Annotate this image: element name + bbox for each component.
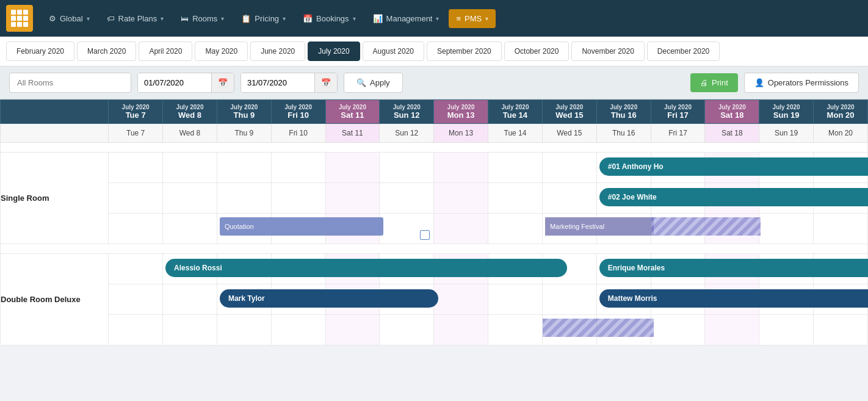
dr-bl-14[interactable] — [488, 315, 543, 345]
sr-b2-16[interactable]: #02 Joe White — [596, 183, 651, 214]
dr-b2-13[interactable] — [434, 284, 488, 315]
month-tab-aug[interactable]: August 2020 — [363, 42, 424, 61]
dr-bl-8[interactable] — [163, 315, 217, 345]
search-icon: 🔍 — [356, 78, 366, 87]
nav-pms[interactable]: ≡ PMS ▾ — [449, 9, 496, 28]
sr-b1-8[interactable] — [163, 153, 217, 183]
dr-bl-9[interactable] — [217, 315, 271, 345]
sr-bl-14[interactable] — [488, 214, 543, 244]
day-header-18: July 2020 Sat 18 — [705, 100, 759, 124]
apply-button[interactable]: 🔍 Apply — [344, 73, 403, 93]
nav-pms-label: PMS — [465, 14, 482, 23]
sr-b2-12[interactable] — [380, 183, 434, 214]
sr-b2-7[interactable] — [109, 183, 163, 214]
dr-bl-7[interactable] — [109, 315, 163, 345]
single-room-spacer — [1, 143, 868, 153]
operators-permissions-button[interactable]: 👤 Operators Permissions — [744, 73, 859, 93]
sr-bl-7[interactable] — [109, 214, 163, 244]
month-tab-nov[interactable]: November 2020 — [571, 42, 644, 61]
sr-b2-13[interactable] — [434, 183, 488, 214]
sr-bl-15[interactable]: Marketing Festival — [542, 214, 596, 244]
dr-b1-8[interactable]: Alessio Rossi — [163, 254, 217, 284]
nav-management-arrow: ▾ — [436, 15, 439, 22]
nav-rate-plans[interactable]: 🏷 Rate Plans ▾ — [99, 9, 172, 28]
month-tab-jun[interactable]: June 2020 — [250, 42, 305, 61]
dr-b2-16[interactable]: Mattew Morris — [596, 284, 651, 315]
sr-b1-12[interactable] — [380, 153, 434, 183]
single-room-booking-row-1: Single Room #01 Anthony Ho — [1, 153, 868, 183]
sr-b1-10[interactable] — [271, 153, 325, 183]
month-tab-oct[interactable]: October 2020 — [504, 42, 570, 61]
month-tab-feb[interactable]: February 2020 — [6, 42, 74, 61]
month-tab-sep[interactable]: September 2020 — [427, 42, 502, 61]
date-from-calendar-icon[interactable]: 📅 — [211, 73, 234, 92]
sr-bl-20[interactable] — [814, 214, 868, 244]
date-from-input[interactable] — [138, 73, 211, 92]
sr-b1-13[interactable] — [434, 153, 488, 183]
sr-b1-14[interactable] — [488, 153, 543, 183]
dr-b2-9[interactable]: Mark Tylor — [217, 284, 271, 315]
month-tab-may[interactable]: May 2020 — [195, 42, 248, 61]
dr-bl-13[interactable] — [434, 315, 488, 345]
sr-b1-9[interactable] — [217, 153, 271, 183]
sr-b1-7[interactable] — [109, 153, 163, 183]
dr-b2-14[interactable] — [488, 284, 543, 315]
month-tab-mar[interactable]: March 2020 — [77, 42, 136, 61]
dr-b2-7[interactable] — [109, 284, 163, 315]
nav-pricing[interactable]: 📋 Pricing ▾ — [234, 9, 293, 28]
dr-bl-17[interactable] — [651, 315, 705, 345]
month-tab-apr[interactable]: April 2020 — [139, 42, 192, 61]
dr-b1-7[interactable] — [109, 254, 163, 284]
rooms-filter-input[interactable] — [9, 73, 131, 93]
sr-bl-19[interactable] — [759, 214, 814, 244]
print-button[interactable]: 🖨 Print — [690, 73, 738, 92]
dr-bl-11[interactable] — [325, 315, 380, 345]
dr-bl-12[interactable] — [380, 315, 434, 345]
sr-bl-8[interactable] — [163, 214, 217, 244]
sr-b1-11[interactable] — [325, 153, 380, 183]
nav-bookings[interactable]: 📅 Bookings ▾ — [295, 9, 363, 28]
sr-bl-9[interactable]: Quotation — [217, 214, 271, 244]
month-tab-dec[interactable]: December 2020 — [647, 42, 720, 61]
nav-management[interactable]: 📊 Management ▾ — [366, 9, 447, 28]
nav-global[interactable]: ⚙ Global ▾ — [42, 9, 97, 28]
sr-bl-12[interactable] — [380, 214, 434, 244]
dr-bl-10[interactable] — [271, 315, 325, 345]
sr-bl-13[interactable] — [434, 214, 488, 244]
double-room-spacer — [1, 244, 868, 254]
dr-b2-8[interactable] — [163, 284, 217, 315]
sr-b2-11[interactable] — [325, 183, 380, 214]
day-header-8: July 2020 Wed 8 — [163, 100, 217, 124]
nav-bookings-label: Bookings — [316, 14, 349, 23]
gear-icon: ⚙ — [49, 14, 56, 23]
sr-b2-15[interactable] — [542, 183, 596, 214]
sr-b1-15[interactable] — [542, 153, 596, 183]
day-header-17: July 2020 Fri 17 — [651, 100, 705, 124]
pms-icon: ≡ — [456, 14, 461, 23]
dr-b2-15[interactable] — [542, 284, 596, 315]
day-header-10: July 2020 Fri 10 — [271, 100, 325, 124]
management-icon: 📊 — [373, 14, 383, 23]
sr-b2-9[interactable] — [217, 183, 271, 214]
date-to-input[interactable] — [241, 73, 314, 92]
day-header-15: July 2020 Wed 15 — [542, 100, 596, 124]
sr-b1-16[interactable]: #01 Anthony Ho — [596, 153, 651, 183]
nav-rooms-arrow: ▾ — [221, 15, 224, 22]
sr-b2-14[interactable] — [488, 183, 543, 214]
nav-rooms[interactable]: 🛏 Rooms ▾ — [173, 9, 231, 28]
print-label: Print — [712, 78, 728, 87]
month-tab-jul[interactable]: July 2020 — [308, 42, 360, 61]
dr-b1-16[interactable]: Enrique Morales — [596, 254, 651, 284]
dr-bl-20[interactable] — [814, 315, 868, 345]
subday-17: Fri 17 — [651, 124, 705, 143]
date-to-calendar-icon[interactable]: 📅 — [314, 73, 337, 92]
day-header-9: July 2020 Thu 9 — [217, 100, 271, 124]
sr-b2-10[interactable] — [271, 183, 325, 214]
sr-b2-8[interactable] — [163, 183, 217, 214]
booking-alessio-rossi-label: Alessio Rossi — [174, 264, 222, 272]
sr-bl-17[interactable] — [651, 214, 705, 244]
subday-8: Wed 8 — [163, 124, 217, 143]
dr-bl-15[interactable] — [542, 315, 596, 345]
dr-bl-19[interactable] — [759, 315, 814, 345]
dr-bl-18[interactable] — [705, 315, 759, 345]
